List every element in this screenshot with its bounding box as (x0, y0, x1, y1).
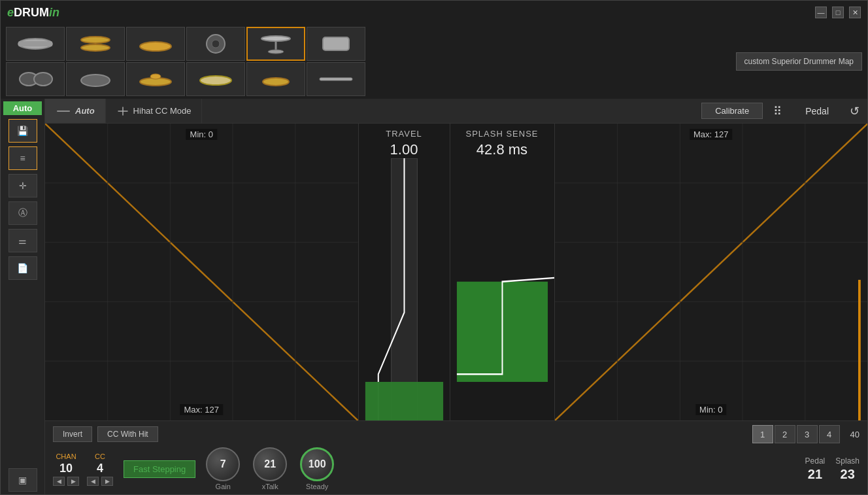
svg-rect-1 (18, 41, 52, 46)
chan-right-arrow[interactable]: ▶ (67, 477, 79, 486)
pedal-item-label: Pedal (805, 456, 826, 466)
tab-auto-label: Auto (75, 106, 95, 116)
svg-point-13 (81, 75, 110, 86)
title-bar: eDRUMin — □ ✕ (1, 1, 867, 24)
steady-knob-item: 100 Steady (300, 447, 334, 490)
xtalk-knob-item: 21 xTalk (253, 447, 287, 490)
splash-item-value: 23 (841, 467, 855, 482)
num-40: 40 (850, 430, 860, 439)
xtalk-knob[interactable]: 21 (253, 447, 287, 481)
reset-button[interactable]: ↺ (842, 104, 867, 118)
splash-sense-panel: SPLASH SENSE 42.8 ms (450, 124, 555, 420)
num-tab-2[interactable]: 2 (775, 425, 795, 443)
instrument-crash[interactable] (186, 62, 245, 96)
tab-auto[interactable]: Auto (45, 99, 106, 123)
pedal-item-value: 21 (808, 467, 822, 482)
svg-rect-19 (57, 111, 70, 112)
gain-knob-label: Gain (216, 483, 231, 490)
cc-field: CC 4 ◀ ▶ (87, 452, 113, 486)
app-window: eDRUMin — □ ✕ (0, 0, 868, 495)
instrument-stick[interactable] (307, 62, 365, 96)
window-controls: — □ ✕ (815, 7, 861, 18)
sidebar-lines-icon[interactable]: ⚌ (8, 229, 37, 252)
svg-point-6 (212, 40, 220, 48)
svg-point-12 (34, 73, 52, 86)
num-tab-4[interactable]: 4 (819, 425, 840, 443)
cc-label: CC (95, 452, 105, 460)
travel-value: 1.00 (390, 141, 418, 158)
left-max-label: Max: 127 (180, 404, 223, 415)
right-min-label: Min: 0 (695, 404, 726, 415)
main-content: Auto 💾 ≡ ✛ Ⓐ ⚌ 📄 ▣ Auto Hihat CC Mode (1, 99, 867, 494)
instrument-snare[interactable] (6, 27, 65, 61)
chan-arrows: ◀ ▶ (53, 477, 79, 486)
instrument-tom1[interactable] (6, 62, 65, 96)
svg-point-17 (263, 78, 289, 86)
travel-panel: TRAVEL 1.00 (359, 124, 450, 420)
cc-with-hit-button[interactable]: CC With Hit (97, 426, 158, 442)
title-bar-left: eDRUMin (7, 6, 59, 20)
map-button[interactable]: custom Superior Drummer Map (736, 52, 862, 71)
svg-point-4 (140, 42, 171, 51)
splash-item-label: Splash (835, 456, 860, 466)
instrument-china[interactable] (126, 62, 185, 96)
chan-field: CHAN 10 ◀ ▶ (53, 452, 79, 486)
chan-left-arrow[interactable]: ◀ (53, 477, 65, 486)
bottom-controls: Invert CC With Hit 1 2 3 4 40 CHAN (45, 420, 867, 494)
svg-point-2 (81, 37, 110, 43)
bottom-row1: Invert CC With Hit 1 2 3 4 40 (53, 425, 860, 443)
instrument-tom2[interactable] (66, 62, 125, 96)
hihat-mode-label: Hihat CC Mode (133, 106, 192, 116)
instrument-grid (6, 27, 728, 96)
tab-mode[interactable]: Hihat CC Mode (106, 99, 203, 123)
pedal-splash-group: Pedal 21 Splash 23 (805, 456, 860, 482)
sidebar-list-icon[interactable]: ≡ (8, 146, 37, 170)
sidebar-arrows-icon[interactable]: ✛ (8, 174, 37, 197)
xtalk-knob-label: xTalk (262, 483, 278, 490)
invert-button[interactable]: Invert (53, 426, 92, 442)
svg-rect-10 (323, 37, 349, 50)
maximize-button[interactable]: □ (832, 7, 844, 18)
instrument-splash2[interactable] (246, 62, 305, 96)
bottom-row2: CHAN 10 ◀ ▶ CC 4 ◀ ▶ (53, 447, 860, 490)
cc-left-arrow[interactable]: ◀ (87, 477, 99, 486)
svg-point-3 (81, 44, 110, 51)
sidebar-pdf-icon[interactable]: 📄 (8, 256, 37, 280)
instrument-cowbell[interactable] (307, 27, 365, 61)
instrument-ride[interactable] (126, 27, 185, 61)
splash-sense-label: SPLASH SENSE (466, 129, 539, 139)
chan-cc-group: CHAN 10 ◀ ▶ CC 4 ◀ ▶ (53, 452, 113, 486)
right-max-label: Max: 127 (690, 129, 732, 140)
num-tab-1[interactable]: 1 (752, 425, 773, 443)
hihat-tabs: Auto Hihat CC Mode Calibrate ⠿ Pedal ↺ (45, 99, 867, 124)
viz-area: Min: 0 Max: 127 (45, 124, 867, 420)
right-viz-panel: Max: 127 Min: 0 (555, 124, 868, 420)
gain-knob[interactable]: 7 (206, 447, 240, 481)
dots-button[interactable]: ⠿ (763, 104, 792, 118)
pedal-item: Pedal 21 (805, 456, 826, 482)
instrument-hihat-stand[interactable] (246, 27, 305, 61)
sidebar-a-icon[interactable]: Ⓐ (8, 201, 37, 225)
calibrate-button[interactable]: Calibrate (701, 103, 763, 119)
svg-point-15 (150, 74, 161, 79)
num-tab-3[interactable]: 3 (797, 425, 818, 443)
pedal-label: Pedal (792, 106, 842, 116)
cc-right-arrow[interactable]: ▶ (101, 477, 113, 486)
steady-knob[interactable]: 100 (300, 447, 334, 481)
chan-label: CHAN (56, 452, 76, 460)
instrument-hihat-open[interactable] (66, 27, 125, 61)
svg-rect-18 (320, 78, 352, 80)
minimize-button[interactable]: — (815, 7, 827, 18)
instrument-kick[interactable] (186, 27, 245, 61)
sidebar-chip-icon[interactable]: ▣ (8, 468, 37, 492)
app-logo: eDRUMin (7, 6, 59, 20)
cc-value: 4 (97, 462, 103, 475)
fast-stepping-button[interactable]: Fast Stepping (124, 460, 195, 478)
splash-sense-value: 42.8 ms (476, 141, 527, 158)
close-button[interactable]: ✕ (849, 7, 861, 18)
sidebar-save-icon[interactable]: 💾 (8, 119, 37, 143)
chan-value: 10 (59, 462, 73, 475)
left-min-label: Min: 0 (186, 129, 217, 140)
left-viz-panel: Min: 0 Max: 127 (45, 124, 359, 420)
auto-badge[interactable]: Auto (3, 101, 42, 115)
